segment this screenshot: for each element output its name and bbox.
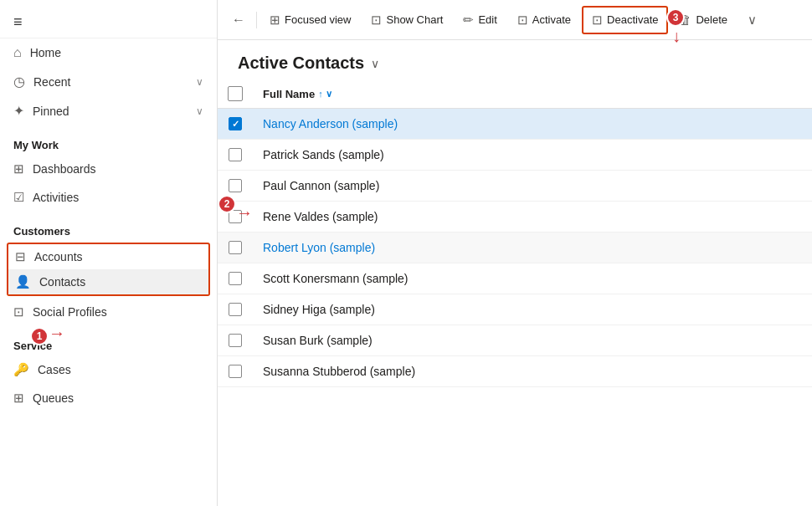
home-icon: ⌂ [13, 45, 22, 60]
chevron-down-icon: ∨ [196, 76, 203, 88]
social-profiles-icon: ⊡ [13, 304, 24, 319]
activate-button[interactable]: ⊡ Activate [508, 7, 580, 33]
sidebar-item-contacts[interactable]: 👤 Contacts [8, 269, 208, 294]
contact-name-cell: Rene Valdes (sample) [253, 202, 812, 233]
contact-name-cell: Scott Konersmann (sample) [253, 263, 812, 294]
contact-name: Sidney Higa (sample) [263, 303, 375, 316]
row-checkbox-cell [218, 233, 253, 263]
deactivate-button[interactable]: ⊡ Deactivate [582, 6, 668, 34]
sidebar-item-activities[interactable]: ☑ Activities [0, 183, 217, 212]
contact-name: Rene Valdes (sample) [263, 210, 378, 223]
table-row[interactable]: Paul Cannon (sample) [218, 171, 812, 202]
sidebar-item-social-profiles[interactable]: ⊡ Social Profiles [0, 298, 217, 326]
contact-name: Susanna Stubberod (sample) [263, 365, 415, 378]
row-checkbox[interactable] [229, 334, 242, 347]
focused-view-button[interactable]: ⊞ Focused view [260, 7, 360, 33]
sidebar-item-pinned[interactable]: ✦ Pinned ∨ [0, 96, 217, 125]
sidebar-item-label: Home [30, 46, 61, 59]
more-icon: ∨ [748, 13, 757, 28]
queues-icon: ⊞ [13, 391, 24, 406]
view-header: Active Contacts ∨ [218, 40, 812, 79]
contact-name-cell: Paul Cannon (sample) [253, 171, 812, 202]
contacts-table: Full Name ↑ ∨ Nancy Anderson (sample)Pat… [218, 79, 812, 387]
sidebar-item-label: Dashboards [33, 162, 96, 176]
table-row[interactable]: Nancy Anderson (sample) [218, 109, 812, 140]
activities-icon: ☑ [13, 190, 24, 205]
contact-name-cell: Robert Lyon (sample) [253, 233, 812, 263]
annotation-badge-2: 2 [218, 195, 236, 213]
back-button[interactable]: ← [224, 7, 253, 33]
select-all-header[interactable] [218, 79, 253, 109]
view-title: Active Contacts [238, 54, 364, 73]
content-area: Active Contacts ∨ Full Name [218, 40, 812, 506]
annotation-badge-3: 3 [666, 8, 685, 27]
contact-name-cell: Patrick Sands (sample) [253, 140, 812, 171]
table-row[interactable]: Rene Valdes (sample) [218, 202, 812, 233]
toolbar-divider [256, 12, 257, 28]
focused-view-icon: ⊞ [270, 13, 280, 28]
sidebar-item-label: Cases [38, 363, 71, 376]
toolbar: ← ⊞ Focused view ⊡ Show Chart ✏ Edit ⊡ A… [218, 0, 812, 40]
contact-name-cell: Nancy Anderson (sample) [253, 109, 812, 140]
full-name-column-header[interactable]: Full Name ↑ ∨ [253, 79, 812, 109]
row-checkbox[interactable] [229, 241, 242, 254]
contact-name-cell: Susanna Stubberod (sample) [253, 356, 812, 387]
row-checkbox[interactable] [229, 365, 242, 378]
sidebar-item-label: Accounts [34, 250, 83, 263]
edit-button[interactable]: ✏ Edit [454, 7, 506, 33]
select-all-checkbox[interactable] [228, 86, 243, 101]
sidebar-item-label: Pinned [33, 105, 69, 118]
sort-icon: ↑ ∨ [318, 89, 332, 100]
row-checkbox-cell [218, 140, 253, 171]
sidebar-item-label: Queues [33, 391, 74, 405]
dashboards-icon: ⊞ [13, 161, 24, 176]
annotation-badge-1: 1 [30, 327, 49, 345]
sidebar-item-recent[interactable]: ◷ Recent ∨ [0, 67, 217, 96]
row-checkbox-cell [218, 263, 253, 294]
row-checkbox[interactable] [229, 117, 242, 130]
table-row[interactable]: Scott Konersmann (sample) [218, 263, 812, 294]
chart-icon: ⊡ [371, 13, 382, 28]
cases-icon: 🔑 [13, 362, 29, 377]
pin-icon: ✦ [13, 103, 24, 119]
row-checkbox-cell [218, 294, 253, 325]
sidebar-header: ≡ [0, 0, 217, 38]
activate-icon: ⊡ [517, 13, 528, 28]
view-title-chevron[interactable]: ∨ [371, 57, 379, 70]
row-checkbox-cell [218, 356, 253, 387]
row-checkbox[interactable] [229, 179, 242, 192]
hamburger-icon[interactable]: ≡ [13, 13, 23, 30]
row-checkbox[interactable] [229, 303, 242, 316]
recent-icon: ◷ [13, 74, 25, 89]
contact-link[interactable]: Robert Lyon (sample) [263, 241, 375, 254]
contact-link[interactable]: Nancy Anderson (sample) [263, 117, 398, 130]
sidebar-item-accounts[interactable]: ⊟ Accounts [8, 244, 208, 269]
sidebar: ≡ ⌂ Home ◷ Recent ∨ ✦ Pinned ∨ My Work ⊞… [0, 0, 218, 506]
show-chart-button[interactable]: ⊡ Show Chart [362, 7, 452, 33]
sidebar-item-queues[interactable]: ⊞ Queues [0, 384, 217, 412]
table-row[interactable]: Robert Lyon (sample) [218, 233, 812, 263]
contact-name: Patrick Sands (sample) [263, 148, 384, 161]
sidebar-item-dashboards[interactable]: ⊞ Dashboards [0, 155, 217, 183]
contact-name: Susan Burk (sample) [263, 334, 373, 347]
table-row[interactable]: Susanna Stubberod (sample) [218, 356, 812, 387]
sidebar-item-home[interactable]: ⌂ Home [0, 38, 217, 67]
my-work-title: My Work [0, 129, 217, 155]
contacts-icon: 👤 [15, 274, 31, 289]
sidebar-item-cases[interactable]: 🔑 Cases [0, 355, 217, 384]
accounts-icon: ⊟ [15, 249, 26, 264]
edit-icon: ✏ [463, 13, 474, 28]
row-checkbox-cell [218, 325, 253, 356]
my-work-section: My Work ⊞ Dashboards ☑ Activities [0, 129, 217, 212]
table-row[interactable]: Patrick Sands (sample) [218, 140, 812, 171]
more-button[interactable]: ∨ [738, 7, 766, 33]
table-row[interactable]: Susan Burk (sample) [218, 325, 812, 356]
table-row[interactable]: Sidney Higa (sample) [218, 294, 812, 325]
row-checkbox-cell [218, 109, 253, 140]
sidebar-item-label: Activities [33, 191, 79, 204]
sidebar-item-label: Social Profiles [33, 305, 107, 319]
chevron-down-icon: ∨ [196, 105, 203, 117]
sidebar-item-label: Contacts [39, 275, 85, 289]
row-checkbox[interactable] [229, 272, 242, 285]
row-checkbox[interactable] [229, 148, 242, 161]
